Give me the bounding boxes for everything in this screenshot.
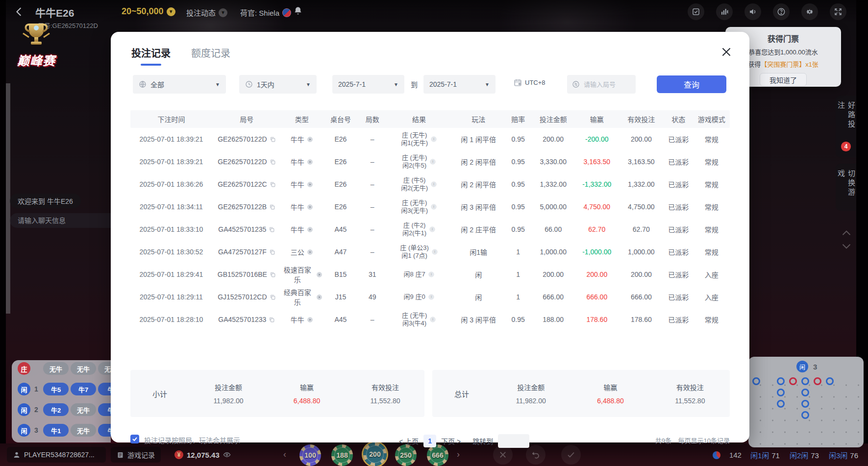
cell-rounds: –: [359, 158, 386, 166]
undo-bet-button[interactable]: [526, 445, 546, 465]
info-icon[interactable]: i: [430, 136, 437, 143]
player-number: 3: [34, 426, 38, 434]
copy-icon[interactable]: [269, 317, 275, 323]
sidebar-tab-good-road[interactable]: 好路投注 4: [836, 96, 856, 157]
chat-message-text: 欢迎来到 牛牛E26: [18, 196, 73, 206]
copy-icon[interactable]: [270, 136, 276, 143]
info-icon[interactable]: i: [430, 181, 437, 188]
game-record-label: 游戏记录: [127, 450, 155, 460]
currency-icon: ¥: [174, 450, 183, 459]
info-icon[interactable]: i: [428, 294, 435, 300]
total-valid-header: 有效投注: [650, 382, 730, 392]
bet-limit-dropdown[interactable]: 20~50,000 ▼: [122, 6, 175, 17]
round-search-field[interactable]: [567, 75, 636, 94]
play-icon[interactable]: [307, 136, 313, 143]
result-lines: 庄 (无牛)闲1(无牛): [401, 131, 428, 147]
merge-checkbox[interactable]: [130, 435, 139, 443]
player-number: 1: [34, 385, 38, 393]
dealer-label: 荷官: Shiela: [240, 7, 279, 18]
date-from-select[interactable]: 2025-7-1 ▼: [332, 75, 404, 94]
current-page[interactable]: 1: [423, 435, 436, 447]
cell-table: J15: [322, 293, 359, 301]
search-button[interactable]: 查询: [657, 75, 726, 93]
play-icon[interactable]: [307, 181, 313, 188]
tab-quota-records[interactable]: 额度记录: [191, 46, 230, 66]
copy-icon[interactable]: [270, 181, 276, 188]
cell-table: E26: [322, 135, 359, 143]
info-icon[interactable]: i: [429, 316, 436, 323]
cell-amount: 1,000.00: [532, 248, 575, 256]
copy-icon[interactable]: [269, 204, 275, 210]
banker-mark: [814, 377, 821, 385]
modal-close-button[interactable]: [720, 46, 733, 58]
play-icon[interactable]: [307, 317, 313, 323]
date-to-select[interactable]: 2025-7-1 ▼: [423, 75, 496, 94]
info-icon[interactable]: i: [430, 203, 437, 210]
player-circle-icon: 闲: [18, 403, 30, 416]
settings-button[interactable]: [801, 3, 818, 20]
info-icon[interactable]: i: [429, 226, 436, 233]
copy-icon[interactable]: [270, 294, 276, 300]
scroll-down-button[interactable]: [842, 243, 851, 250]
dealer-info: 荷官: Shiela: [240, 7, 291, 18]
confirm-bets-button[interactable]: [561, 445, 581, 465]
hand-result-pill: 无牛: [43, 362, 69, 375]
copy-icon[interactable]: [269, 226, 275, 233]
cancel-bets-button[interactable]: [493, 445, 513, 465]
tab-bet-records[interactable]: 投注记录: [131, 46, 171, 66]
table-header-row: 下注时间局号类型桌台号局数结果玩法赔率投注金额输赢有效投注状态游戏模式: [130, 110, 730, 128]
copy-icon[interactable]: [269, 249, 275, 255]
cell-round: GE262570122B: [212, 203, 281, 211]
ticket-line2-prefix: 获得: [748, 61, 761, 68]
timezone-value: UTC+8: [525, 79, 546, 86]
info-icon[interactable]: i: [431, 248, 438, 255]
play-icon[interactable]: [307, 204, 313, 210]
sidebar-tab-switch-game[interactable]: 切换游戏: [836, 164, 856, 211]
cell-result: 庄 (无牛)闲1(无牛)i: [386, 131, 452, 147]
chips-scroll-left-button[interactable]: ‹: [283, 449, 286, 460]
prev-page-button[interactable]: < 上页: [399, 436, 419, 446]
chip-100[interactable]: 100: [299, 444, 321, 466]
jump-to-input[interactable]: [498, 434, 529, 448]
chips-scroll-right-button[interactable]: ›: [457, 449, 460, 460]
cell-odds: 0.95: [505, 225, 532, 233]
cell-mode: 入座: [694, 292, 730, 302]
hand-result-pill: 牛: [98, 403, 111, 416]
cell-time: 2025-07-01 18:39:21: [130, 158, 212, 166]
info-icon[interactable]: i: [429, 158, 436, 165]
ticket-popup-confirm-button[interactable]: 我知道了: [760, 73, 807, 86]
cell-mode: 常规: [694, 134, 730, 144]
copy-icon[interactable]: [270, 271, 276, 278]
player-id-button[interactable]: PLAYER5348728627...: [7, 447, 106, 463]
back-button[interactable]: [14, 6, 25, 17]
time-range-select[interactable]: 1天内 ▼: [239, 75, 317, 94]
calendar-icon: [514, 78, 522, 87]
play-icon[interactable]: [307, 159, 313, 165]
player-mark: [777, 377, 785, 385]
tournament-badge[interactable]: 巅峰赛: [7, 20, 66, 73]
game-record-button[interactable]: 游戏记录: [111, 447, 161, 463]
sound-button[interactable]: [744, 3, 761, 20]
info-icon[interactable]: i: [428, 271, 435, 278]
total-amount-header: 投注金额: [491, 382, 570, 392]
round-search-input[interactable]: [584, 81, 633, 88]
chip-188[interactable]: 188: [331, 444, 353, 466]
play-icon[interactable]: [316, 294, 322, 300]
chat-input[interactable]: [10, 213, 119, 228]
category-select[interactable]: 全部 ▼: [133, 75, 226, 94]
player-circle-icon: 闲: [18, 424, 30, 437]
auto-confirm-button[interactable]: [688, 3, 704, 20]
video-quality-button[interactable]: [716, 3, 733, 20]
next-page-button[interactable]: 下页 >: [441, 436, 461, 446]
fullscreen-button[interactable]: [830, 3, 846, 20]
help-button[interactable]: [773, 3, 790, 20]
eye-icon[interactable]: [223, 451, 231, 459]
play-icon[interactable]: [316, 271, 322, 278]
scroll-up-button[interactable]: [842, 229, 851, 236]
copy-icon[interactable]: [270, 159, 276, 165]
notification-bell-button[interactable]: [293, 6, 303, 16]
play-icon[interactable]: [307, 226, 313, 233]
play-icon[interactable]: [307, 249, 313, 255]
bet-trend-dropdown[interactable]: 投注动态 ▼: [186, 7, 227, 18]
roadmap-panel[interactable]: 闲 3: [748, 357, 864, 447]
